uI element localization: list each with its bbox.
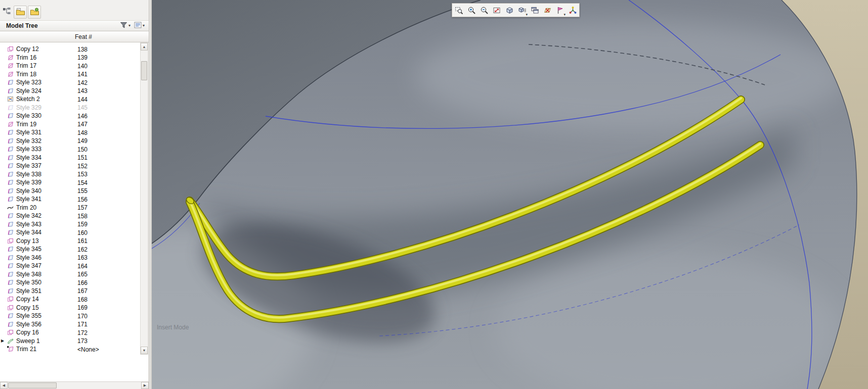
spin-center-button[interactable] [567, 4, 579, 16]
tree-item[interactable]: Style 356171 [0, 320, 140, 329]
tree-item-feat: 149 [77, 137, 88, 144]
view-manager-button[interactable] [529, 4, 541, 16]
named-views-button[interactable]: ▾ [516, 4, 528, 16]
tree-item-label: Trim 21 [16, 346, 36, 353]
tree-item-label: Style 323 [16, 79, 41, 86]
style-feature-icon [7, 155, 15, 161]
tree-item-feat: 165 [77, 271, 88, 278]
tree-item-feat: 170 [77, 313, 88, 320]
tree-item[interactable]: Style 355170 [0, 312, 140, 320]
tree-item[interactable]: Copy 12138 [0, 45, 140, 54]
tree-settings-icon [134, 22, 142, 30]
tree-structure-icon[interactable] [2, 7, 11, 16]
style-feature-icon [7, 246, 15, 252]
tree-vertical-scrollbar[interactable]: ▲ ▼ [140, 42, 148, 355]
tree-item-label: Style 330 [16, 112, 41, 119]
tree-item-feat: 171 [77, 321, 88, 328]
panel-title: Model Tree [6, 22, 38, 29]
tree-item[interactable]: Style 351167 [0, 287, 140, 296]
tree-item-label: Copy 14 [16, 296, 39, 303]
tree-item[interactable]: Style 340155 [0, 187, 140, 196]
navigator-toolbar [0, 0, 149, 20]
tree-item[interactable]: Trim 21<None> [0, 345, 140, 354]
scroll-up-button[interactable]: ▲ [141, 43, 148, 51]
tree-item[interactable]: Style 324143 [0, 87, 140, 95]
tree-item[interactable]: Style 332149 [0, 137, 140, 145]
tree-item-label: Style 331 [16, 129, 41, 136]
tree-item[interactable]: Style 330146 [0, 112, 140, 120]
tree-item[interactable]: Style 344160 [0, 228, 140, 237]
refit-button[interactable] [491, 4, 503, 16]
tree-item[interactable]: Trim 20157 [0, 204, 140, 212]
tree-item-label: Style 345 [16, 246, 41, 253]
display-style-icon [505, 6, 514, 15]
scroll-left-button[interactable]: ◀ [0, 382, 8, 389]
tree-item-label: Sweep 1 [16, 337, 40, 345]
tree-item[interactable]: Style 348165 [0, 270, 140, 279]
tree-item[interactable]: Sketch 2144 [0, 95, 140, 104]
tree-item-label: Style 346 [16, 254, 41, 261]
horizontal-scroll-thumb[interactable] [8, 382, 57, 388]
tree-item[interactable]: Style 339154 [0, 178, 140, 187]
scroll-right-button[interactable]: ▶ [141, 382, 149, 389]
datum-display-button[interactable] [541, 4, 553, 16]
tree-item-feat: 169 [77, 304, 88, 311]
tree-item-label: Style 338 [16, 171, 41, 178]
tree-item[interactable]: Trim 19147 [0, 120, 140, 129]
vertical-scroll-thumb[interactable] [141, 61, 147, 80]
model-scene[interactable] [152, 0, 868, 389]
tree-item[interactable]: Trim 18141 [0, 70, 140, 79]
scroll-down-button[interactable]: ▼ [141, 347, 148, 354]
tree-item-label: Copy 13 [16, 237, 39, 245]
tree-item[interactable]: Copy 16172 [0, 328, 140, 337]
tree-item[interactable]: Trim 17140 [0, 62, 140, 70]
tree-item[interactable]: Style 350166 [0, 278, 140, 287]
tree-item-feat: 166 [77, 279, 88, 286]
tree-item[interactable]: Style 343159 [0, 220, 140, 229]
zoom-out-button[interactable] [478, 4, 490, 16]
folder-browser-button[interactable] [14, 6, 27, 19]
tree-item[interactable]: Style 346163 [0, 254, 140, 262]
zoom-in-icon [467, 6, 476, 15]
tree-item[interactable]: Copy 14168 [0, 295, 140, 304]
tree-item[interactable]: Style 331148 [0, 128, 140, 137]
tree-item[interactable]: Style 347164 [0, 262, 140, 270]
datum-display-icon [543, 6, 552, 15]
expand-caret-icon[interactable]: ▶ [0, 338, 7, 343]
tree-item-label: Style 339 [16, 179, 41, 186]
zoom-window-button[interactable] [453, 4, 465, 16]
tree-item[interactable]: Style 333150 [0, 145, 140, 154]
copy-feature-icon [7, 329, 15, 335]
tree-item-feat: 160 [77, 229, 88, 236]
scroll-down-icon: ▼ [143, 349, 146, 352]
tree-item-feat: 152 [77, 163, 88, 170]
tree-item[interactable]: Style 334151 [0, 154, 140, 162]
tree-item[interactable]: Style 342158 [0, 212, 140, 220]
style-feature-icon [7, 271, 15, 277]
tree-item[interactable]: Style 337152 [0, 162, 140, 170]
favorites-button[interactable] [28, 6, 41, 19]
annotation-display-button[interactable]: ▾ [554, 4, 566, 16]
tree-item[interactable]: ▶Sweep 1173 [0, 337, 140, 346]
display-style-button[interactable] [503, 4, 515, 16]
tree-item-feat: 161 [77, 237, 88, 245]
tree-horizontal-scrollbar[interactable]: ◀ ▶ [0, 381, 149, 389]
filter-funnel-button[interactable]: ▾ [119, 21, 132, 30]
zoom-in-button[interactable] [465, 4, 478, 16]
tree-item-feat: 139 [77, 54, 88, 61]
tree-settings-button[interactable]: ▾ [133, 21, 146, 30]
tree-item[interactable]: Trim 16139 [0, 54, 140, 62]
tree-item-label: Style 341 [16, 196, 41, 203]
tree-item[interactable]: Style 329145 [0, 104, 140, 112]
3d-viewport[interactable]: ▾▾ Insert Mode [152, 0, 868, 389]
tree-item[interactable]: Copy 15169 [0, 304, 140, 312]
tree-item[interactable]: Style 345162 [0, 245, 140, 254]
tree-item-label: Style 332 [16, 137, 41, 144]
tree-item[interactable]: Style 341156 [0, 195, 140, 204]
tree-item-label: Style 348 [16, 271, 41, 278]
trim-feature-icon [7, 63, 15, 69]
tree-item[interactable]: Style 323142 [0, 78, 140, 87]
style-feature-icon [7, 321, 15, 327]
tree-item[interactable]: Style 338153 [0, 170, 140, 179]
tree-item[interactable]: Copy 13161 [0, 237, 140, 246]
